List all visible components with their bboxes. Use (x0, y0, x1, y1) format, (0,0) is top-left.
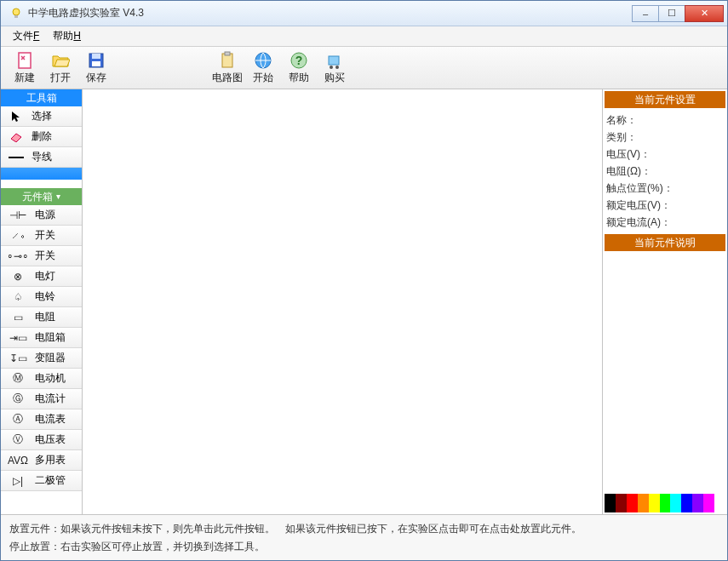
component-电阻箱[interactable]: ⇥▭电阻箱 (1, 328, 82, 348)
component-二极管[interactable]: ▷|二极管 (1, 471, 82, 491)
component-电流表[interactable]: Ⓐ电流表 (1, 409, 82, 430)
component-symbol-icon: Ⓖ (1, 392, 35, 406)
component-电阻[interactable]: ▭电阻 (1, 307, 82, 328)
help-label: 帮助 (289, 71, 309, 85)
desc-body (605, 255, 725, 494)
close-button[interactable]: ✕ (685, 5, 724, 22)
component-symbol-icon: ♤ (1, 291, 35, 303)
property-row: 额定电压(V)： (606, 197, 724, 214)
app-icon (9, 7, 23, 20)
component-label: 二极管 (35, 473, 82, 488)
settings-title: 当前元件设置 (605, 91, 725, 108)
help-icon: ? (289, 50, 309, 71)
tool-wire[interactable]: 导线 (1, 147, 82, 168)
component-symbol-icon: ⊣⊢ (1, 209, 35, 221)
component-电源[interactable]: ⊣⊢电源 (1, 205, 82, 226)
svg-point-12 (330, 66, 333, 69)
color-swatch[interactable] (649, 494, 660, 512)
help-line2-val: 右击实验区可停止放置，并切换到选择工具。 (60, 540, 265, 554)
component-label: 电灯 (35, 269, 82, 283)
color-swatch[interactable] (638, 494, 649, 512)
pointer-icon (1, 111, 32, 123)
svg-rect-1 (14, 15, 18, 18)
component-symbol-icon: AVΩ (1, 455, 35, 467)
start-button[interactable]: 开始 (246, 48, 280, 88)
property-row: 触点位置(%)： (606, 180, 724, 197)
svg-point-0 (13, 9, 20, 15)
left-panel: 工具箱 选择 删除 导线 元件箱 ⊣⊢电源⟋∘开关∘⊸∘开关⊗电灯♤电铃▭电阻⇥… (1, 89, 83, 514)
component-电灯[interactable]: ⊗电灯 (1, 266, 82, 287)
color-spectrum[interactable] (605, 494, 725, 512)
svg-rect-11 (329, 56, 339, 65)
cart-icon (324, 50, 345, 71)
component-开关[interactable]: ∘⊸∘开关 (1, 246, 82, 266)
color-swatch[interactable] (703, 494, 714, 512)
component-label: 电流表 (35, 412, 82, 426)
component-symbol-icon: Ⓐ (1, 412, 35, 426)
component-label: 开关 (35, 228, 82, 243)
component-电动机[interactable]: Ⓜ电动机 (1, 369, 82, 389)
property-row: 类别： (606, 129, 724, 146)
canvas-workspace[interactable] (83, 89, 603, 514)
tool-delete[interactable]: 删除 (1, 127, 82, 147)
open-folder-icon (50, 50, 71, 71)
svg-rect-4 (92, 54, 100, 59)
component-symbol-icon: ⇥▭ (1, 332, 35, 344)
tool-wire-label: 导线 (32, 150, 82, 164)
toolbar: 新建 打开 保存 电路图 开始 ? 帮助 购买 (1, 47, 727, 89)
component-电压表[interactable]: Ⓥ电压表 (1, 430, 82, 450)
property-row: 名称： (606, 112, 724, 129)
property-list: 名称：类别：电压(V)：电阻(Ω)：触点位置(%)：额定电压(V)：额定电流(A… (605, 112, 725, 231)
component-电流计[interactable]: Ⓖ电流计 (1, 389, 82, 409)
save-button[interactable]: 保存 (79, 48, 113, 88)
component-多用表[interactable]: AVΩ多用表 (1, 450, 82, 471)
component-开关[interactable]: ⟋∘开关 (1, 226, 82, 246)
new-label: 新建 (14, 71, 35, 85)
component-label: 电流计 (35, 392, 82, 406)
start-label: 开始 (253, 71, 273, 85)
tool-select-label: 选择 (32, 109, 82, 123)
circuit-button[interactable]: 电路图 (210, 48, 244, 88)
open-button[interactable]: 打开 (43, 48, 77, 88)
tool-select[interactable]: 选择 (1, 106, 82, 127)
color-swatch[interactable] (605, 494, 616, 512)
component-symbol-icon: Ⓥ (1, 432, 35, 447)
buy-label: 购买 (324, 71, 345, 85)
minimize-button[interactable]: – (632, 5, 659, 22)
help-line1-val: 如果该元件按钮未按下，则先单击此元件按钮。 如果该元件按钮已按下，在实验区点击即… (60, 522, 582, 536)
component-list: ⊣⊢电源⟋∘开关∘⊸∘开关⊗电灯♤电铃▭电阻⇥▭电阻箱↧▭变阻器Ⓜ电动机Ⓖ电流计… (1, 205, 82, 491)
toolbox-footer-strip (1, 168, 82, 180)
color-swatch[interactable] (692, 494, 703, 512)
color-swatch[interactable] (681, 494, 692, 512)
desc-title: 当前元件说明 (605, 234, 725, 251)
color-swatch[interactable] (660, 494, 671, 512)
component-symbol-icon: ↧▭ (1, 352, 35, 364)
menu-help[interactable]: 帮助H (46, 26, 88, 46)
svg-rect-5 (92, 61, 100, 66)
component-label: 电铃 (35, 289, 82, 304)
property-row: 电阻(Ω)： (606, 163, 724, 180)
component-label: 变阻器 (35, 351, 82, 365)
color-swatch[interactable] (714, 494, 725, 512)
property-row: 额定电流(A)： (606, 214, 724, 231)
window-controls: – ☐ ✕ (632, 5, 724, 22)
svg-rect-7 (225, 52, 230, 55)
new-button[interactable]: 新建 (8, 48, 42, 88)
component-symbol-icon: ⟋∘ (1, 230, 35, 242)
component-symbol-icon: ▷| (1, 475, 35, 487)
color-swatch[interactable] (670, 494, 681, 512)
globe-icon (253, 50, 273, 71)
menu-file[interactable]: 文件F (6, 26, 46, 46)
maximize-button[interactable]: ☐ (658, 5, 685, 22)
toolbox-header: 工具箱 (1, 89, 82, 106)
help-button[interactable]: ? 帮助 (282, 48, 316, 88)
componentbox-header[interactable]: 元件箱 (1, 188, 82, 205)
buy-button[interactable]: 购买 (318, 48, 352, 88)
color-swatch[interactable] (616, 494, 627, 512)
color-swatch[interactable] (627, 494, 638, 512)
component-label: 电阻 (35, 310, 82, 324)
component-电铃[interactable]: ♤电铃 (1, 287, 82, 307)
status-help-bar: 放置元件： 如果该元件按钮未按下，则先单击此元件按钮。 如果该元件按钮已按下，在… (1, 514, 727, 560)
component-变阻器[interactable]: ↧▭变阻器 (1, 348, 82, 369)
right-panel: 当前元件设置 名称：类别：电压(V)：电阻(Ω)：触点位置(%)：额定电压(V)… (603, 89, 727, 514)
